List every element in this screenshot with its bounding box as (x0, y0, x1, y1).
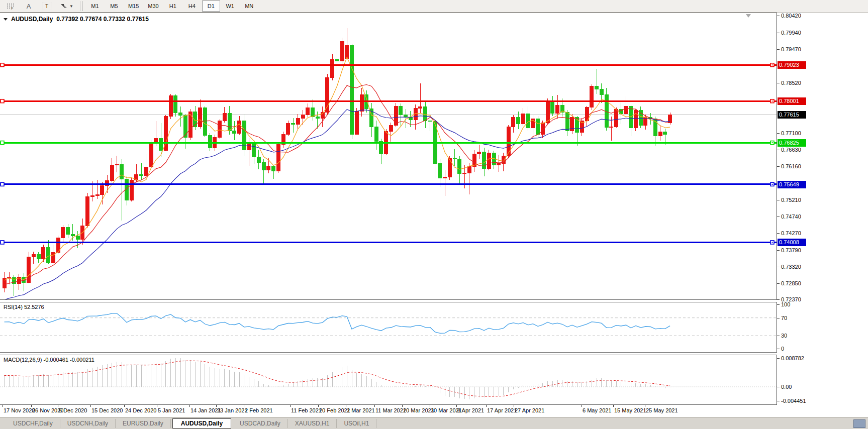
tab-xauusd-h1[interactable]: XAUUSD,H1 (288, 419, 337, 428)
candle-body (247, 144, 251, 150)
candle-body (409, 118, 412, 120)
candle-body (467, 167, 471, 173)
candle-body (634, 111, 637, 128)
candle-body (438, 164, 442, 178)
time-axis-label: 23 Jan 2021 (217, 407, 248, 413)
price-level-badge: 0.75649 (778, 181, 806, 188)
line-anchor-dot (772, 64, 773, 65)
time-axis-tick (90, 405, 91, 407)
time-axis-tick (582, 405, 582, 407)
candle-body (551, 101, 554, 113)
macd-indicator-panel[interactable]: MACD(12,26,9) -0.000461 -0.000211 (0, 355, 777, 405)
arrows-tool-button[interactable]: ▼ (56, 1, 77, 12)
time-axis-label: 20 Feb 2021 (319, 407, 350, 413)
timeframe-button-MN[interactable]: MN (240, 1, 258, 12)
candle-body (169, 95, 172, 117)
line-anchor-dot (772, 184, 773, 185)
time-axis-label: 8 Apr 2021 (457, 407, 484, 413)
font-button[interactable]: A (20, 1, 37, 12)
price-axis-label: 0.73790 (781, 247, 801, 253)
tab-bar-corner-button[interactable] (853, 419, 865, 428)
price-axis-label: 0.73320 (781, 264, 801, 270)
candle-body (188, 112, 192, 137)
rsi-indicator-panel[interactable]: RSI(14) 52.5276 (0, 302, 777, 353)
candle-body (590, 86, 594, 107)
price-axis-tick (777, 299, 780, 300)
rsi-axis-label: 70 (781, 315, 787, 321)
text-box-icon: T (43, 2, 51, 10)
tab-usdcnh-daily[interactable]: USDCNH,Daily (60, 419, 116, 428)
timeframe-button-M15[interactable]: M15 (124, 1, 143, 12)
candle-body (331, 60, 334, 78)
timeframe-button-W1[interactable]: W1 (221, 1, 239, 12)
candle-body (218, 121, 222, 138)
tab-audusd-daily[interactable]: AUDUSD,Daily (172, 418, 231, 428)
time-axis-label: 11 Mar 2021 (375, 407, 406, 413)
candle-body (556, 105, 559, 113)
time-axis-label: 24 Dec 2020 (125, 407, 156, 413)
price-axis-tick (777, 217, 780, 217)
candle-body (624, 106, 628, 114)
candle-body (66, 228, 70, 234)
candle-body (585, 107, 589, 121)
tab-usdchf-daily[interactable]: USDCHF,Daily (6, 419, 60, 428)
price-axis-label: 0.80420 (781, 13, 801, 19)
time-axis-tick (189, 405, 190, 407)
price-axis-tick (777, 233, 780, 234)
price-axis-label: 0.79470 (781, 46, 801, 52)
candle-body (360, 95, 363, 112)
rsi-chart-canvas[interactable] (0, 302, 777, 352)
price-axis-tick (777, 33, 780, 33)
candle-body (526, 114, 530, 128)
timeframe-group: M1M5M15M30H1H4D1W1MN (85, 1, 259, 12)
candle-body (95, 195, 99, 195)
time-axis-label: 25 May 2021 (646, 407, 678, 413)
price-axis-tick (777, 49, 780, 50)
timeframe-button-M1[interactable]: M1 (86, 1, 104, 12)
candle-body (130, 180, 133, 200)
time-axis-tick (216, 405, 217, 407)
candle-body (301, 115, 305, 118)
candle-body (61, 228, 65, 238)
time-axis-label: 6 May 2021 (583, 407, 611, 413)
tab-usdcad-daily[interactable]: USDCAD,Daily (233, 419, 288, 428)
time-axis-label: 11 Feb 2021 (291, 407, 322, 413)
timeframe-button-D1[interactable]: D1 (202, 1, 220, 12)
line-left-anchor (1, 241, 4, 244)
candle-body (615, 110, 618, 127)
line-anchor-dot (772, 142, 773, 143)
time-axis-tick (402, 405, 403, 407)
time-axis-tick (456, 405, 457, 407)
price-axis-label: 0.74740 (781, 213, 801, 220)
time-axis-label: 17 Nov 2020 (4, 407, 35, 413)
text-label-button[interactable]: T (38, 1, 55, 12)
macd-label: MACD(12,26,9) -0.000461 -0.000211 (4, 357, 94, 363)
candle-body (477, 152, 481, 154)
chart-ohlc-values: 0.77392 0.77674 0.77332 0.77615 (56, 16, 149, 23)
time-axis-tick (346, 405, 346, 407)
candle-body (252, 144, 256, 157)
time-axis-label: 17 Apr 2021 (487, 407, 517, 413)
time-axis-tick (318, 405, 319, 407)
candle-body (144, 167, 148, 176)
line-left-anchor (1, 99, 4, 103)
macd-chart-canvas[interactable] (0, 355, 777, 404)
candle-body (262, 163, 265, 170)
timeframe-button-M5[interactable]: M5 (105, 1, 123, 12)
line-anchor-dot (772, 100, 773, 101)
timeframe-button-H4[interactable]: H4 (183, 1, 201, 12)
tab-usoil-h1[interactable]: USOil,H1 (337, 419, 376, 428)
tab-eurusd-daily[interactable]: EURUSD,Daily (116, 419, 171, 428)
templates-button[interactable]: F (2, 1, 19, 12)
symbol-dropdown-icon[interactable] (4, 18, 8, 21)
candle-body (149, 142, 153, 167)
chart-shift-marker[interactable] (746, 14, 751, 18)
timeframe-button-H1[interactable]: H1 (164, 1, 182, 12)
main-chart-panel[interactable]: AUDUSD,Daily 0.77392 0.77674 0.77332 0.7… (0, 13, 777, 300)
time-axis-tick (124, 405, 125, 407)
timeframe-button-M30[interactable]: M30 (144, 1, 162, 12)
candle-body (428, 121, 432, 121)
candlestick-chart-canvas[interactable] (0, 13, 777, 299)
time-axis-label: 15 May 2021 (614, 407, 646, 413)
toolbar-drag-handle[interactable] (80, 2, 83, 11)
